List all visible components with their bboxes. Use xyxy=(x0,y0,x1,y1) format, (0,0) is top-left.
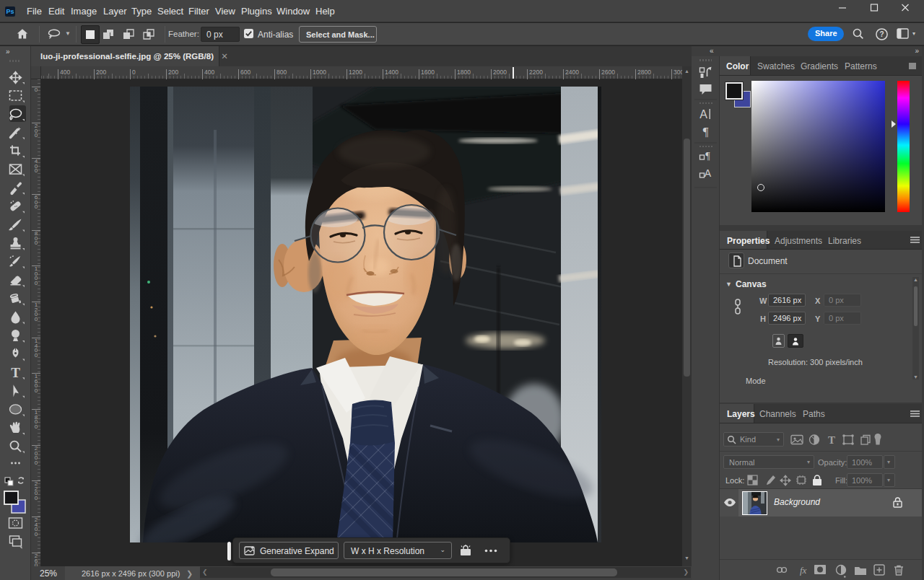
svg-text:¶: ¶ xyxy=(705,151,710,162)
svg-text:A: A xyxy=(705,167,712,179)
svg-text:?: ? xyxy=(879,30,884,38)
svg-text:fx: fx xyxy=(800,565,807,576)
svg-text:T: T xyxy=(11,365,20,380)
svg-text:¶: ¶ xyxy=(703,125,709,139)
svg-text:T: T xyxy=(828,434,835,446)
svg-text:A: A xyxy=(699,108,707,120)
